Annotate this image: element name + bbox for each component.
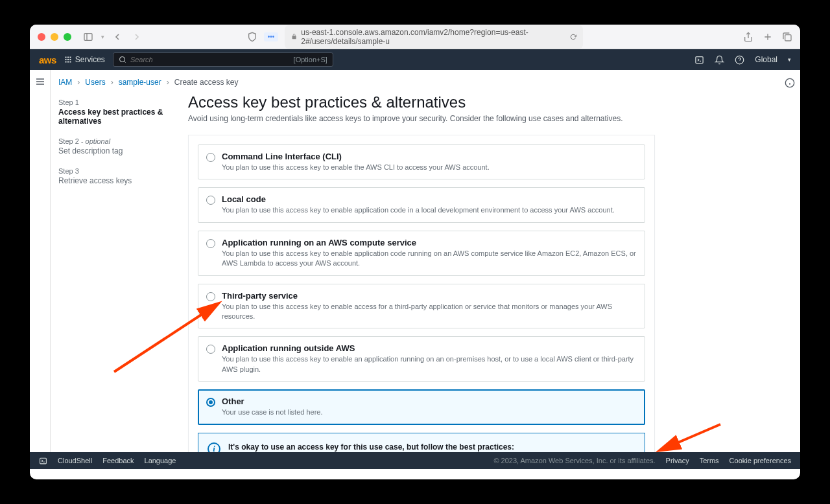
svg-rect-7 xyxy=(67,57,69,58)
main-column: IAM › Users › sample-user › Create acces… xyxy=(51,70,800,469)
forward-button[interactable] xyxy=(132,32,142,42)
tracking-badge[interactable]: ••• xyxy=(264,32,278,41)
svg-rect-9 xyxy=(65,59,66,60)
form-area: Access key best practices & alternatives… xyxy=(188,93,655,469)
radio-icon xyxy=(206,153,215,162)
svg-line-16 xyxy=(124,61,125,62)
maximize-window-button[interactable] xyxy=(64,33,71,41)
help-icon[interactable] xyxy=(735,55,744,65)
copyright-text: © 2023, Amazon Web Services, Inc. or its… xyxy=(493,457,655,464)
search-kbd-hint: [Option+S] xyxy=(294,56,327,63)
content-area: IAM › Users › sample-user › Create acces… xyxy=(30,70,800,469)
region-selector[interactable]: Global xyxy=(755,55,777,64)
radio-icon xyxy=(206,196,215,205)
aws-footer: CloudShell Feedback Language © 2023, Ama… xyxy=(30,452,800,469)
services-menu[interactable]: Services xyxy=(64,55,105,64)
aws-header: aws Services [Option+S] Global ▾ xyxy=(30,49,800,70)
url-text: us-east-1.console.aws.amazon.com/iamv2/h… xyxy=(301,28,566,46)
info-panel-icon[interactable] xyxy=(785,78,795,88)
aws-search[interactable]: [Option+S] xyxy=(113,52,333,67)
shield-icon[interactable] xyxy=(247,32,257,42)
breadcrumb: IAM › Users › sample-user › Create acces… xyxy=(58,78,787,93)
language-link[interactable]: Language xyxy=(145,457,176,464)
radio-icon xyxy=(206,292,215,301)
breadcrumb-sample-user[interactable]: sample-user xyxy=(119,78,161,87)
option-aws-compute[interactable]: Application running on an AWS compute se… xyxy=(198,231,645,276)
cloudshell-icon[interactable] xyxy=(694,55,704,65)
chevron-right-icon: › xyxy=(167,78,169,87)
wizard-step-3[interactable]: Step 3 Retrieve access keys xyxy=(58,167,169,185)
toolbar-left: ▾ xyxy=(83,32,142,42)
page-title: Access key best practices & alternatives xyxy=(188,93,655,111)
titlebar: ▾ ••• us-east-1.console.aws.amazon.com/i… xyxy=(30,25,800,49)
wizard-sidebar: Step 1 Access key best practices & alter… xyxy=(58,93,169,469)
svg-rect-12 xyxy=(65,62,66,63)
new-tab-icon[interactable] xyxy=(763,32,773,42)
option-local-code[interactable]: Local code You plan to use this access k… xyxy=(198,187,645,222)
radio-icon xyxy=(206,239,215,248)
toolbar-center: ••• us-east-1.console.aws.amazon.com/iam… xyxy=(247,25,583,49)
lock-icon xyxy=(291,33,297,40)
tabs-overview-icon[interactable] xyxy=(782,32,792,42)
chevron-right-icon: › xyxy=(77,78,80,87)
svg-rect-10 xyxy=(67,59,69,60)
svg-rect-5 xyxy=(785,34,791,40)
cookie-link[interactable]: Cookie preferences xyxy=(729,457,791,464)
cloudshell-footer-icon[interactable] xyxy=(39,457,47,465)
svg-rect-0 xyxy=(84,33,92,40)
breadcrumb-iam[interactable]: IAM xyxy=(58,78,72,87)
option-other[interactable]: Other Your use case is not listed here. xyxy=(198,389,645,424)
feedback-link[interactable]: Feedback xyxy=(102,457,134,464)
svg-rect-8 xyxy=(69,57,71,58)
sidebar-toggle-icon[interactable] xyxy=(83,32,93,42)
url-bar[interactable]: us-east-1.console.aws.amazon.com/iamv2/h… xyxy=(285,25,583,49)
chevron-right-icon: › xyxy=(111,78,113,87)
aws-logo[interactable]: aws xyxy=(39,54,56,65)
aws-header-right: Global ▾ xyxy=(694,55,791,65)
cloudshell-link[interactable]: CloudShell xyxy=(58,457,92,464)
option-third-party[interactable]: Third-party service You plan to use this… xyxy=(198,284,645,329)
share-icon[interactable] xyxy=(743,32,753,42)
svg-point-15 xyxy=(119,57,124,62)
svg-rect-11 xyxy=(69,59,71,60)
option-outside-aws[interactable]: Application running outside AWS You plan… xyxy=(198,336,645,382)
toolbar-right xyxy=(743,32,792,42)
back-button[interactable] xyxy=(112,32,123,42)
search-icon xyxy=(119,56,126,63)
svg-rect-14 xyxy=(69,62,71,63)
close-window-button[interactable] xyxy=(38,33,45,41)
info-heading: It's okay to use an access key for this … xyxy=(228,442,635,452)
options-panel: Command Line Interface (CLI) You plan to… xyxy=(188,135,655,469)
services-label: Services xyxy=(75,55,105,64)
svg-rect-13 xyxy=(67,62,69,63)
terms-link[interactable]: Terms xyxy=(700,457,719,464)
notifications-icon[interactable] xyxy=(715,55,724,65)
chevron-down-icon[interactable]: ▾ xyxy=(101,34,104,40)
reload-icon[interactable] xyxy=(570,33,576,41)
wizard-step-1[interactable]: Step 1 Access key best practices & alter… xyxy=(58,98,169,126)
minimize-window-button[interactable] xyxy=(51,33,58,41)
search-input[interactable] xyxy=(130,56,290,63)
hamburger-icon[interactable] xyxy=(35,76,45,87)
browser-window: ▾ ••• us-east-1.console.aws.amazon.com/i… xyxy=(30,25,800,479)
breadcrumb-users[interactable]: Users xyxy=(85,78,105,87)
grid-icon xyxy=(64,56,72,63)
radio-icon xyxy=(206,345,215,354)
svg-rect-6 xyxy=(65,57,66,58)
breadcrumb-current: Create access key xyxy=(174,78,239,87)
nav-rail xyxy=(30,70,51,469)
traffic-lights xyxy=(38,33,71,41)
account-menu[interactable]: ▾ xyxy=(788,56,791,63)
wizard-step-2[interactable]: Step 2 - optional Set description tag xyxy=(58,137,169,155)
page-subtitle: Avoid using long-term credentials like a… xyxy=(188,114,655,123)
option-cli[interactable]: Command Line Interface (CLI) You plan to… xyxy=(198,144,645,179)
radio-icon xyxy=(206,398,215,407)
privacy-link[interactable]: Privacy xyxy=(666,457,689,464)
